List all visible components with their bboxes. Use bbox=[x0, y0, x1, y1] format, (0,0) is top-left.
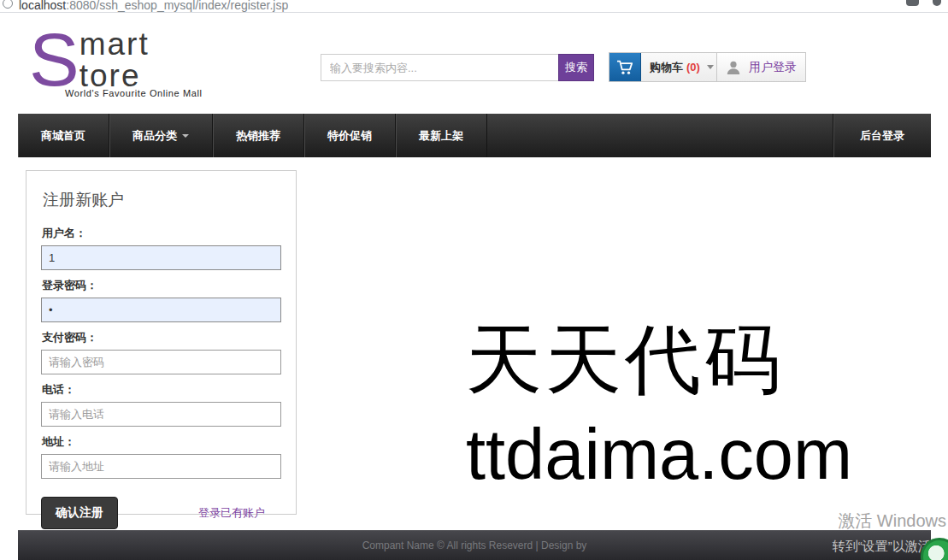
cart-count: (0) bbox=[686, 61, 700, 74]
content-area: 注册新账户 用户名： 登录密码： 支付密码： 电话： 地址： 确认注册 登录已有… bbox=[18, 157, 931, 530]
nav-label: 商城首页 bbox=[41, 114, 85, 157]
nav-label: 最新上架 bbox=[419, 114, 463, 157]
nav-item-hot[interactable]: 热销推荐 bbox=[213, 114, 304, 157]
search-input[interactable] bbox=[321, 54, 558, 81]
confirm-register-button[interactable]: 确认注册 bbox=[41, 497, 118, 529]
logo-tagline: World's Favourite Online Mall bbox=[65, 88, 203, 98]
site-header: S mart tore World's Favourite Online Mal… bbox=[18, 14, 931, 114]
address-url[interactable]: localhost:8080/ssh_eshop_mysql/index/reg… bbox=[19, 0, 288, 12]
nav-item-home[interactable]: 商城首页 bbox=[18, 114, 109, 157]
login-existing-link[interactable]: 登录已有账户 bbox=[198, 505, 265, 521]
username-input[interactable] bbox=[41, 245, 281, 270]
logo-word-bottom: tore bbox=[79, 60, 150, 91]
site-footer: Compant Name © All rights Reseverd | Des… bbox=[18, 530, 931, 560]
chevron-down-icon bbox=[707, 65, 714, 69]
logo-word-top: mart bbox=[79, 28, 150, 60]
nav-label: 后台登录 bbox=[860, 114, 904, 157]
site-logo[interactable]: S mart tore World's Favourite Online Mal… bbox=[29, 28, 203, 98]
cart-button[interactable]: 购物车 (0) bbox=[609, 52, 723, 82]
search-button[interactable]: 搜索 bbox=[558, 54, 594, 81]
nav-item-admin-login[interactable]: 后台登录 bbox=[833, 114, 931, 157]
page-info-icon[interactable] bbox=[3, 0, 13, 9]
login-password-input[interactable] bbox=[41, 298, 281, 322]
main-nav: 商城首页 商品分类 热销推荐 特价促销 最新上架 后台登录 bbox=[18, 114, 931, 157]
url-path: :8080/ssh_eshop_mysql/index/register.jsp bbox=[66, 0, 288, 12]
url-host: localhost bbox=[19, 0, 66, 12]
page-container: S mart tore World's Favourite Online Mal… bbox=[18, 14, 931, 560]
user-icon bbox=[726, 60, 741, 75]
phone-input[interactable] bbox=[41, 402, 281, 427]
address-input[interactable] bbox=[41, 454, 281, 479]
user-login-button[interactable]: 用户登录 bbox=[716, 52, 806, 82]
cart-icon bbox=[609, 53, 641, 81]
register-form-panel: 注册新账户 用户名： 登录密码： 支付密码： 电话： 地址： 确认注册 登录已有… bbox=[26, 170, 297, 515]
search-group: 搜索 bbox=[321, 54, 594, 81]
nav-label: 特价促销 bbox=[327, 114, 372, 157]
login-password-label: 登录密码： bbox=[42, 278, 281, 293]
nav-label: 商品分类 bbox=[132, 114, 177, 157]
nav-item-promo[interactable]: 特价促销 bbox=[304, 114, 396, 157]
bookmark-icon[interactable] bbox=[906, 0, 919, 6]
user-login-label: 用户登录 bbox=[749, 60, 797, 75]
pay-password-input[interactable] bbox=[41, 350, 281, 374]
phone-label: 电话： bbox=[42, 382, 281, 398]
cart-label: 购物车 bbox=[650, 60, 683, 75]
username-label: 用户名： bbox=[42, 226, 281, 241]
nav-item-new[interactable]: 最新上架 bbox=[396, 114, 487, 157]
chevron-down-icon bbox=[182, 134, 189, 138]
nav-label: 热销推荐 bbox=[236, 114, 280, 157]
address-label: 地址： bbox=[42, 434, 281, 450]
nav-item-categories[interactable]: 商品分类 bbox=[109, 114, 213, 157]
logo-initial: S bbox=[29, 28, 79, 91]
form-title: 注册新账户 bbox=[43, 189, 281, 211]
browser-profile-icon[interactable] bbox=[933, 0, 941, 6]
browser-address-bar[interactable]: localhost:8080/ssh_eshop_mysql/index/reg… bbox=[0, 0, 948, 13]
pay-password-label: 支付密码： bbox=[42, 330, 281, 345]
